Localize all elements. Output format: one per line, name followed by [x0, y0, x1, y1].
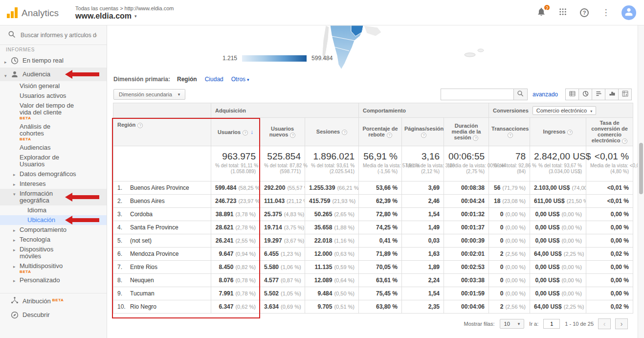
advanced-filter-link[interactable]: avanzado [533, 91, 558, 98]
sidebar-item-analisis-de-cohortes[interactable]: Análisis de cohortesBETA [0, 122, 107, 143]
region-link[interactable]: Buenos Aires [130, 198, 165, 204]
help-icon[interactable]: ? [290, 133, 295, 138]
prev-page-button[interactable]: ‹ [598, 318, 611, 329]
metric-cell: 2(2,56 %) [489, 248, 530, 261]
analytics-logo[interactable]: Analytics [7, 7, 59, 18]
metric-cell: 0,03 [402, 234, 444, 248]
annotation-arrow-icon [65, 192, 100, 202]
region-link[interactable]: Tucuman [130, 290, 155, 297]
apps-button[interactable] [557, 7, 569, 19]
metric-cell: 599.484(58,25 %) [211, 181, 260, 195]
column-header-region[interactable]: Región? [113, 118, 211, 146]
sidebar-item-usuarios-activos[interactable]: Usuarios activos [0, 91, 107, 101]
help-icon[interactable]: ? [387, 133, 392, 138]
table-search-button[interactable] [514, 89, 528, 100]
account-avatar[interactable] [622, 5, 636, 20]
page-scrollbar[interactable] [638, 25, 644, 338]
column-header-tasa-de-conversion-de-comercio-electronico[interactable]: Tasa de conversión de comercio electróni… [586, 118, 633, 146]
region-link[interactable]: Mendoza Province [130, 250, 178, 257]
row-index: 8. [117, 277, 130, 284]
region-link[interactable]: (not set) [130, 237, 152, 244]
table-row: 6.Mendoza Province9.647(0,94 %)6.455(1,2… [113, 248, 633, 261]
sidebar-item-ubicacion[interactable]: Ubicación [0, 215, 107, 225]
region-link[interactable]: Entre Rios [130, 264, 157, 270]
sidebar-item-label: Valor del tiempo de vida del cliente [20, 102, 74, 116]
column-header-sesiones[interactable]: Sesiones? [305, 118, 359, 146]
sidebar-item-informacion-geografica[interactable]: ▾Información geográfica [0, 189, 107, 205]
goto-page-input[interactable] [543, 319, 560, 329]
help-icon[interactable]: ? [421, 133, 426, 138]
help-icon[interactable]: ? [137, 123, 143, 128]
sidebar-item-descubrir[interactable]: Descubrir [0, 308, 107, 322]
sidebar-item-valor-del-tiempo-de-vida-del-cliente[interactable]: Valor del tiempo de vida del clienteBETA [0, 101, 107, 122]
scrollbar-thumb[interactable] [639, 143, 643, 194]
sidebar-item-personalizado[interactable]: ▸Personalizado [0, 275, 107, 285]
pivot-view-button[interactable] [618, 89, 632, 100]
conversion-type-select[interactable]: Comercio electrónico ▾ [533, 106, 596, 115]
table-row: 4.Santa Fe Province28.621(2,78 %)19.714(… [113, 221, 633, 234]
primary-dimension-bar: Dimensión primaria: Región Ciudad Otros▾ [108, 72, 638, 86]
sidebar-item-comportamiento[interactable]: ▸Comportamiento [0, 225, 107, 235]
column-header-usuarios-nuevos[interactable]: Usuarios nuevos? [260, 118, 305, 146]
column-header-usuarios[interactable]: Usuarios?↓ [211, 118, 260, 146]
help-button[interactable]: ? [578, 7, 590, 19]
column-header-ingresos[interactable]: Ingresos? [530, 118, 586, 146]
column-header-paginas-sesion[interactable]: Páginas/sesión? [402, 118, 444, 146]
sidebar-item-audiencias[interactable]: Audiencias [0, 143, 107, 153]
percentage-view-button[interactable] [578, 89, 592, 100]
sidebar-item-explorador-de-usuarios[interactable]: Explorador de Usuarios [0, 153, 107, 169]
rows-per-page-select[interactable]: 10 ▾ [500, 319, 525, 329]
region-link[interactable]: Neuquen [130, 277, 154, 284]
comparison-view-button[interactable] [605, 89, 619, 100]
chevron-down-icon: ▾ [247, 77, 249, 82]
help-icon[interactable]: ? [622, 138, 627, 144]
sidebar-item-tecnologia[interactable]: ▸Tecnología [0, 235, 107, 245]
help-icon[interactable]: ? [508, 133, 513, 138]
sidebar-search[interactable] [0, 25, 107, 45]
sidebar-search-input[interactable] [20, 31, 98, 39]
column-header-porcentaje-de-rebote[interactable]: Porcentaje de rebote? [359, 118, 402, 146]
metric-cell: 5.580(1,06 %) [260, 261, 305, 274]
column-header-transacciones[interactable]: Transacciones? [489, 118, 530, 146]
sidebar-item-idioma[interactable]: Idioma [0, 205, 107, 215]
metric-cell: 292.200(55,57 %) [260, 181, 305, 195]
help-icon[interactable]: ? [567, 130, 573, 135]
help-icon[interactable]: ? [243, 130, 248, 135]
table-group-row: AdquisiciónComportamientoConversionesCom… [113, 103, 633, 118]
performance-view-button[interactable] [592, 89, 605, 100]
region-link[interactable]: Santa Fe Province [130, 224, 178, 231]
sidebar-item-intereses[interactable]: ▸Intereses [0, 179, 107, 189]
sidebar-item-atribucion[interactable]: AtribuciónBETA [0, 293, 107, 308]
table-view-button[interactable] [565, 89, 579, 100]
column-header-duracion-media-de-la-sesion[interactable]: Duración media de la sesión? [444, 118, 489, 146]
table-view-icon [569, 90, 576, 99]
metric-cell: 22.018(1,16 %) [305, 234, 359, 248]
help-icon[interactable]: ? [342, 130, 347, 135]
metric-cell: 0,41 % [359, 234, 402, 248]
metric-cell: 26.241(2,55 %) [211, 234, 260, 248]
metric-cell: 25.375(4,83 %) [260, 208, 305, 221]
region-link[interactable]: Buenos Aires Province [130, 184, 189, 191]
secondary-dimension-button[interactable]: Dimensión secundaria ▾ [113, 89, 185, 100]
more-menu-button[interactable]: ⋮ [600, 7, 612, 19]
help-icon[interactable]: ? [473, 135, 478, 141]
next-page-button[interactable]: › [615, 318, 628, 329]
dimension-otros[interactable]: Otros▾ [231, 76, 249, 83]
account-selector[interactable]: Todas las cuentas > http://www.eldia.com… [75, 4, 174, 21]
sidebar-item-dispositivos-moviles[interactable]: ▸Dispositivos móviles [0, 245, 107, 261]
sidebar-item-audiencia[interactable]: ▾Audiencia [0, 68, 107, 81]
region-cell: 9.Tucuman [113, 287, 211, 300]
notifications-button[interactable]: 2 [535, 7, 547, 19]
sidebar-item-datos-demograficos[interactable]: ▸Datos demográficos [0, 169, 107, 179]
metric-cell: 70,05 % [359, 261, 402, 274]
sidebar-item-multidispositivo[interactable]: ▸MultidispositivoBETA [0, 261, 107, 275]
sidebar-item-label: Visión general [20, 82, 60, 90]
region-link[interactable]: Cordoba [130, 211, 153, 218]
region-link[interactable]: Rio Negro [130, 303, 156, 310]
sidebar-item-vision-general[interactable]: Visión general [0, 81, 107, 91]
dimension-ciudad[interactable]: Ciudad [205, 76, 223, 83]
sidebar-item-en-tiempo-real[interactable]: ▸En tiempo real [0, 54, 107, 68]
table-search-input[interactable] [441, 89, 514, 100]
dimension-region[interactable]: Región [177, 76, 197, 83]
chevron-right-icon: ▸ [13, 237, 16, 244]
